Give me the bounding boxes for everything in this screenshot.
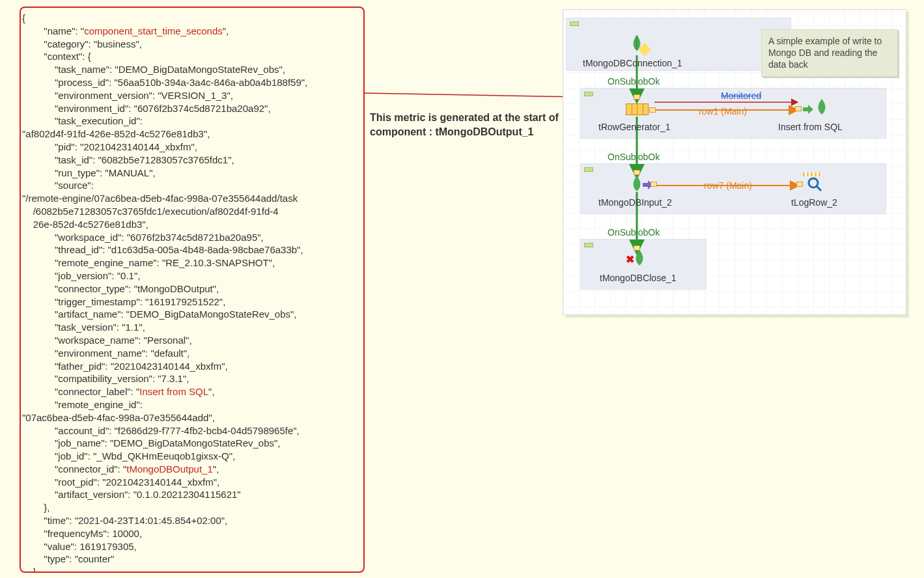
- svg-line-8: [817, 186, 821, 191]
- port-icon: [795, 106, 802, 111]
- collapse-icon[interactable]: [584, 167, 593, 172]
- json-line: "07ac6bea-d5eb-4fac-998a-07e355644add",: [22, 411, 362, 424]
- arrow-right-icon: [803, 105, 813, 114]
- magnifier-icon[interactable]: [807, 176, 822, 192]
- json-line: "remote_engine_id":: [22, 398, 362, 411]
- json-line: "environment_version": "VERSION_1_3",: [22, 89, 362, 102]
- json-line: "remote_engine_name": "RE_2.10.3-SNAPSHO…: [22, 256, 362, 269]
- json-line: "type": "counter": [22, 553, 362, 566]
- json-line: "run_type": "MANUAL",: [22, 167, 362, 180]
- json-line: "connector_type": "tMongoDBOutput",: [22, 282, 362, 296]
- ruler-icon: [803, 172, 821, 176]
- component-label: tRowGenerator_1: [598, 122, 671, 132]
- json-line: "workspace_name": "Personal",: [22, 334, 362, 347]
- json-line: "thread_id": "d1c63d5a-005a-4b48-8ada-98…: [22, 243, 362, 256]
- json-line: "trigger_timestamp": "1619179251522",: [22, 296, 362, 309]
- json-line: "value": 1619179305,: [22, 540, 362, 553]
- port-icon: [634, 170, 640, 175]
- json-line: "time": "2021-04-23T14:01:45.854+02:00",: [22, 514, 362, 527]
- flow-label: row1 (Main): [699, 106, 747, 117]
- json-line: "father_pid": "20210423140144_xbxfm",: [22, 360, 362, 373]
- json-line: "task_name": "DEMO_BigDataMongoStateRev_…: [22, 63, 362, 76]
- port-icon: [651, 182, 657, 187]
- json-line: "context": {: [22, 50, 362, 63]
- json-line: },: [22, 501, 362, 514]
- json-line: "/remote-engine/07ac6bea-d5eb-4fac-998a-…: [22, 192, 362, 205]
- job-diagram: A simple example of write to Mongo DB an…: [563, 9, 906, 315]
- collapse-icon[interactable]: [584, 243, 593, 247]
- json-line: "account_id": "f2686d29-f777-4fb2-bcb4-0…: [22, 424, 362, 437]
- flow-label: row7 (Main): [704, 180, 752, 191]
- json-line: "artifact_name": "DEMO_BigDataMongoState…: [22, 308, 362, 321]
- json-line: 26e-852d-4c5276e81db3",: [22, 218, 362, 231]
- json-line: "af802d4f-91fd-426e-852d-4c5276e81db3",: [22, 128, 362, 141]
- mongodb-leaf-icon[interactable]: [631, 249, 648, 266]
- json-line: }: [22, 566, 362, 573]
- trigger-label: OnSubjobOk: [608, 76, 660, 87]
- json-line: "source":: [22, 179, 362, 192]
- json-line: "artifact_version": "0.1.0.2021230411562…: [22, 488, 362, 501]
- component-label: tMongoDBClose_1: [600, 273, 677, 283]
- trigger-label: OnSubjobOk: [608, 152, 660, 162]
- json-line: "connector_label": "Insert from SQL",: [22, 385, 362, 398]
- json-line: "name": "component_start_time_seconds",: [22, 25, 362, 38]
- metric-caption: This metric is generated at the start of…: [370, 111, 565, 139]
- collapse-icon[interactable]: [570, 21, 579, 26]
- json-line: "job_id": "_Wbd_QKHmEeuqob1gixsx-Q",: [22, 450, 362, 463]
- component-label: tMongoDBConnection_1: [583, 58, 682, 68]
- json-line: "process_id": "56aa510b-394a-3a4c-846a-a…: [22, 76, 362, 89]
- rowgenerator-icon[interactable]: [626, 103, 648, 115]
- json-line: "job_name": "DEMO_BigDataMongoStateRev_o…: [22, 437, 362, 450]
- json-line: {: [22, 12, 362, 25]
- mongodb-leaf-icon[interactable]: [813, 98, 830, 115]
- json-line: "task_id": "6082b5e71283057c3765fdc1",: [22, 154, 362, 167]
- sticky-note: A simple example of write to Mongo DB an…: [761, 29, 898, 77]
- svg-point-7: [809, 178, 818, 187]
- port-icon: [634, 94, 640, 100]
- json-line: "task_execution_id":: [22, 115, 362, 128]
- json-metric-panel: { "name": "component_start_time_seconds"…: [20, 7, 365, 573]
- collapse-icon[interactable]: [584, 92, 593, 96]
- json-line: "task_version": "1.1",: [22, 321, 362, 334]
- json-line: /6082b5e71283057c3765fdc1/execution/af80…: [22, 205, 362, 218]
- json-line: "connector_id": "tMongoDBOutput_1",: [22, 463, 362, 476]
- json-line: "job_version": "0.1",: [22, 269, 362, 282]
- trigger-label: OnSubjobOk: [608, 227, 660, 238]
- json-line: "frequencyMs": 10000,: [22, 527, 362, 540]
- json-line: "environment_name": "default",: [22, 347, 362, 360]
- json-line: "category": "business",: [22, 38, 362, 51]
- component-label: tMongoDBInput_2: [598, 197, 672, 208]
- json-line: "workspace_id": "6076f2b374c5d8721ba20a9…: [22, 231, 362, 244]
- component-label: Insert from SQL: [778, 122, 843, 132]
- json-line: "compatibility_version": "7.3.1",: [22, 372, 362, 385]
- monitored-label: Monitored: [721, 90, 761, 101]
- component-label: tLogRow_2: [791, 197, 837, 208]
- json-line: "root_pid": "20210423140144_xbxfm",: [22, 476, 362, 489]
- json-line: "environment_id": "6076f2b374c5d8721ba20…: [22, 102, 362, 115]
- json-line: "pid": "20210423140144_xbxfm",: [22, 141, 362, 154]
- port-icon: [649, 107, 656, 113]
- port-icon: [796, 182, 803, 187]
